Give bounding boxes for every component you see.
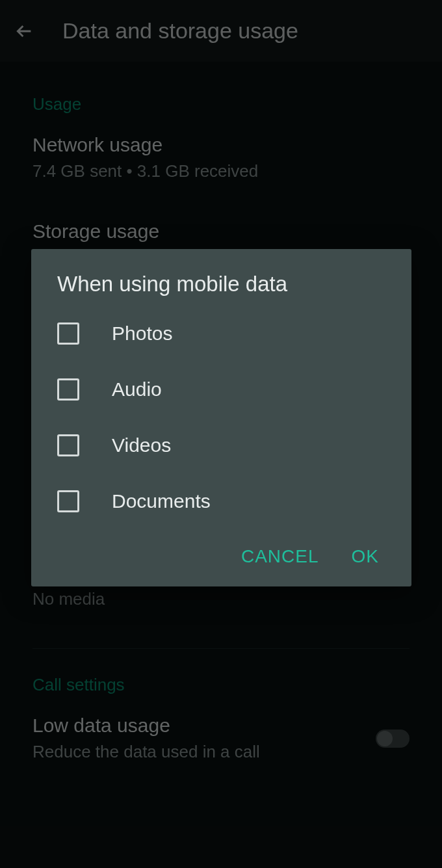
option-documents[interactable]: Documents [57, 490, 385, 512]
checkbox-icon[interactable] [57, 434, 79, 456]
mobile-data-dialog: When using mobile data Photos Audio Vide… [31, 249, 411, 586]
option-photos[interactable]: Photos [57, 322, 385, 345]
dialog-button-row: CANCEL OK [57, 546, 385, 567]
modal-overlay[interactable]: When using mobile data Photos Audio Vide… [0, 0, 442, 868]
cancel-button[interactable]: CANCEL [241, 546, 319, 567]
option-audio[interactable]: Audio [57, 378, 385, 401]
dialog-title: When using mobile data [57, 272, 385, 296]
option-label: Documents [112, 490, 211, 512]
option-videos[interactable]: Videos [57, 434, 385, 456]
checkbox-icon[interactable] [57, 378, 79, 401]
option-label: Audio [112, 378, 162, 401]
option-label: Videos [112, 434, 171, 456]
ok-button[interactable]: OK [352, 546, 379, 567]
checkbox-icon[interactable] [57, 322, 79, 345]
checkbox-icon[interactable] [57, 490, 79, 512]
option-label: Photos [112, 322, 172, 345]
